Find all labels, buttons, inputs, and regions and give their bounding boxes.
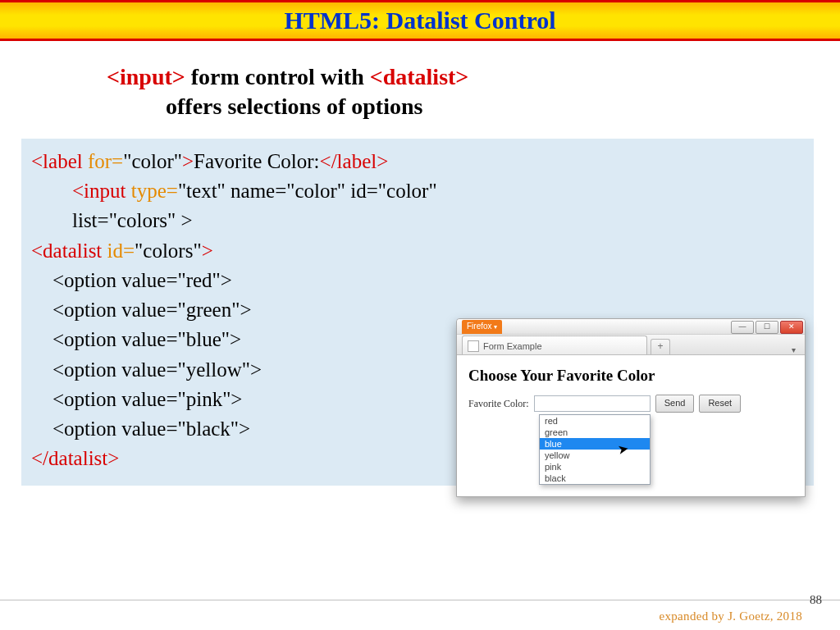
inline-tag-input: <input> [107,64,185,89]
code-tag: <datalist [31,240,107,262]
dropdown-option[interactable]: black [540,472,650,484]
dropdown-option[interactable]: yellow [540,450,650,461]
page-number: 88 [810,593,822,607]
divider [0,600,840,600]
code-tag: > [182,150,194,172]
window-titlebar: Firefox — ☐ ✕ [457,319,805,335]
minimize-button[interactable]: — [731,321,754,334]
code-tag: <input [72,180,131,202]
code-text: Favorite Color: [194,150,319,172]
code-tag: </label> [320,150,389,172]
code-attr: for= [88,150,123,172]
dropdown-option-selected[interactable]: blue [540,438,650,450]
browser-tab[interactable]: Form Example [462,336,647,354]
inline-tag-datalist: <datalist> [370,64,469,89]
tab-strip: Form Example + ▾ [457,335,805,355]
new-tab-button[interactable]: + [651,339,670,354]
code-attr: type= [131,180,178,202]
slide-title: HTML5: Datalist Control [0,0,840,41]
dropdown-option[interactable]: pink [540,461,650,472]
browser-window: Firefox — ☐ ✕ Form Example + ▾ Choose Yo… [456,318,806,497]
subtitle-line2: offers selections of options [166,92,840,121]
code-text: "text" [178,180,226,202]
code-text: name="color" id="color" [226,180,437,202]
send-button[interactable]: Send [655,395,695,413]
tab-label: Form Example [483,341,542,351]
page-content: Choose Your Favorite Color Favorite Colo… [457,355,805,496]
tabs-dropdown-icon[interactable]: ▾ [787,345,805,354]
favorite-color-input[interactable] [534,395,651,412]
subtitle: <input> form control with <datalist> off… [107,62,840,122]
page-icon [468,340,479,352]
slide: HTML5: Datalist Control <input> form con… [0,0,840,630]
favorite-color-label: Favorite Color: [468,398,529,410]
code-text: "color" [123,150,182,172]
page-heading: Choose Your Favorite Color [468,367,793,385]
code-option: <option value="red"> [31,266,804,295]
subtitle-mid: form control with [185,64,370,89]
code-attr: id= [107,240,135,262]
firefox-menu-button[interactable]: Firefox [462,320,502,334]
dropdown-option[interactable]: green [540,427,650,438]
datalist-dropdown: red green blue yellow pink black ➤ [539,414,651,485]
code-text: list="colors" > [31,206,804,235]
reset-button[interactable]: Reset [699,395,741,413]
code-tag: > [202,240,213,262]
footer-credit: expanded by J. Goetz, 2018 [660,609,802,623]
maximize-button[interactable]: ☐ [756,321,778,334]
code-text: "colors" [135,240,202,262]
close-button[interactable]: ✕ [780,321,803,334]
dropdown-option[interactable]: red [540,415,650,427]
code-tag: <label [31,150,88,172]
